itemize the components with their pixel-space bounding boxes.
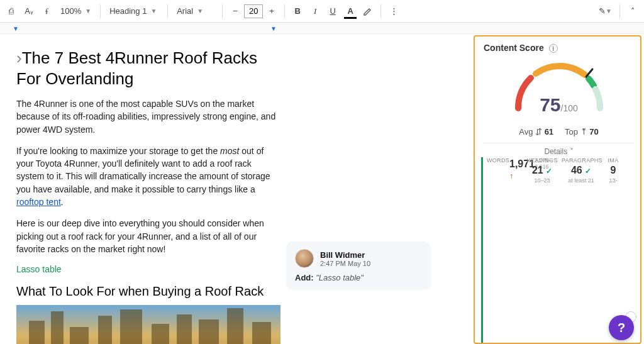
- details-toggle[interactable]: Details ˅: [484, 143, 634, 157]
- stat-headings[interactable]: HEADINGS 21 ✓ 10–23: [523, 157, 562, 344]
- arrow-up-icon: ↑: [509, 172, 513, 180]
- check-icon: ✓: [585, 167, 591, 175]
- fontsize-input[interactable]: [244, 4, 263, 18]
- text-color-button[interactable]: A: [343, 3, 358, 19]
- rooftop-tent-link[interactable]: rooftop tent: [16, 197, 61, 207]
- zoom-value: 100%: [60, 6, 81, 16]
- zoom-select[interactable]: 100% ▼: [57, 3, 95, 19]
- ruler[interactable]: ▼ ▼: [0, 23, 644, 34]
- font-value: Arial: [177, 6, 193, 16]
- paragraph-2[interactable]: If you're looking to maximize your stora…: [16, 145, 280, 208]
- separator: [167, 4, 168, 18]
- seo-panel: Content Score i 75/100 Avg ⇵ 61 Top ⤒ 70…: [474, 35, 641, 344]
- document-area[interactable]: ›The 7 Best 4Runner Roof Racks For Overl…: [0, 34, 297, 344]
- lasso-table-text[interactable]: Lasso table: [16, 264, 280, 274]
- comment-author: Bill Widmer: [320, 250, 370, 260]
- style-select[interactable]: Heading 1 ▼: [106, 3, 162, 19]
- score-max: /100: [561, 103, 578, 113]
- chevron-down-icon: ˅: [570, 147, 574, 156]
- caret-down-icon: ▼: [85, 8, 91, 14]
- doc-image[interactable]: [16, 305, 280, 344]
- toolbar: ⎙ Aᵧ ᵮ 100% ▼ Heading 1 ▼ Arial ▼ − + B …: [0, 0, 644, 23]
- stat-paragraphs[interactable]: PARAGRAPHS 46 ✓ at least 21: [562, 157, 601, 344]
- avg-block: Avg ⇵ 61: [519, 127, 553, 136]
- paint-format-icon[interactable]: Aᵧ: [21, 3, 36, 19]
- title-text: The 7 Best 4Runner Roof Racks For Overla…: [16, 48, 257, 88]
- collapse-toolbar-icon[interactable]: ˄: [625, 3, 640, 19]
- indent-left-marker[interactable]: ▼: [13, 25, 19, 32]
- comment-quote: "Lasso table": [316, 273, 364, 282]
- paragraph-1[interactable]: The 4Runner is one of the most capable S…: [16, 97, 280, 136]
- avg-top-row: Avg ⇵ 61 Top ⤒ 70: [484, 127, 634, 136]
- highlight-button[interactable]: [360, 3, 375, 19]
- stat-words[interactable]: WORDS 1,971 ↑ 2,275–2,616: [481, 157, 523, 344]
- doc-title[interactable]: ›The 7 Best 4Runner Roof Racks For Overl…: [16, 48, 280, 89]
- separator: [222, 4, 223, 18]
- paragraph-3[interactable]: Here is our deep dive into everything yo…: [16, 217, 280, 255]
- help-button[interactable]: ?: [609, 315, 634, 340]
- separator: [619, 4, 620, 18]
- separator: [284, 4, 285, 18]
- underline-button[interactable]: U: [325, 3, 340, 19]
- content-score-title: Content Score i: [484, 43, 634, 53]
- indent-right-marker[interactable]: ▼: [270, 25, 277, 32]
- top-block: Top ⤒ 70: [565, 127, 599, 136]
- doc-heading-2[interactable]: What To Look For when Buying a Roof Rack: [16, 284, 280, 299]
- check-icon: ✓: [546, 167, 552, 175]
- gauge: 75/100: [484, 58, 634, 127]
- fontsize-increase-button[interactable]: +: [264, 3, 279, 19]
- comment-zone: Bill Widmer 2:47 PM May 10 Add: "Lasso t…: [297, 34, 474, 344]
- bold-button[interactable]: B: [290, 3, 305, 19]
- comment-time: 2:47 PM May 10: [320, 260, 370, 267]
- separator: [100, 4, 101, 18]
- comment-body: Add: "Lasso table": [295, 273, 422, 282]
- print-icon[interactable]: ⎙: [4, 3, 19, 19]
- edit-mode-icon[interactable]: ✎ ▼: [596, 3, 614, 19]
- font-select[interactable]: Arial ▼: [173, 3, 217, 19]
- more-icon[interactable]: ⋮: [386, 3, 401, 19]
- avatar[interactable]: [295, 249, 314, 268]
- caret-down-icon: ▼: [197, 8, 203, 14]
- fontsize-stepper: − +: [228, 3, 279, 19]
- caret-down-icon: ▼: [150, 8, 157, 14]
- score-display: 75/100: [484, 94, 634, 116]
- comment-header: Bill Widmer 2:47 PM May 10: [295, 249, 422, 268]
- separator: [380, 4, 381, 18]
- document-content: ›The 7 Best 4Runner Roof Racks For Overl…: [16, 48, 280, 344]
- fontsize-decrease-button[interactable]: −: [228, 3, 243, 19]
- comment-card[interactable]: Bill Widmer 2:47 PM May 10 Add: "Lasso t…: [286, 241, 431, 290]
- spellcheck-icon[interactable]: ᵮ: [39, 3, 54, 19]
- comment-action: Add:: [295, 273, 314, 282]
- info-icon[interactable]: i: [549, 44, 558, 53]
- style-value: Heading 1: [109, 6, 147, 16]
- score-value: 75: [540, 94, 560, 115]
- italic-button[interactable]: I: [308, 3, 323, 19]
- main: ›The 7 Best 4Runner Roof Racks For Overl…: [0, 34, 644, 344]
